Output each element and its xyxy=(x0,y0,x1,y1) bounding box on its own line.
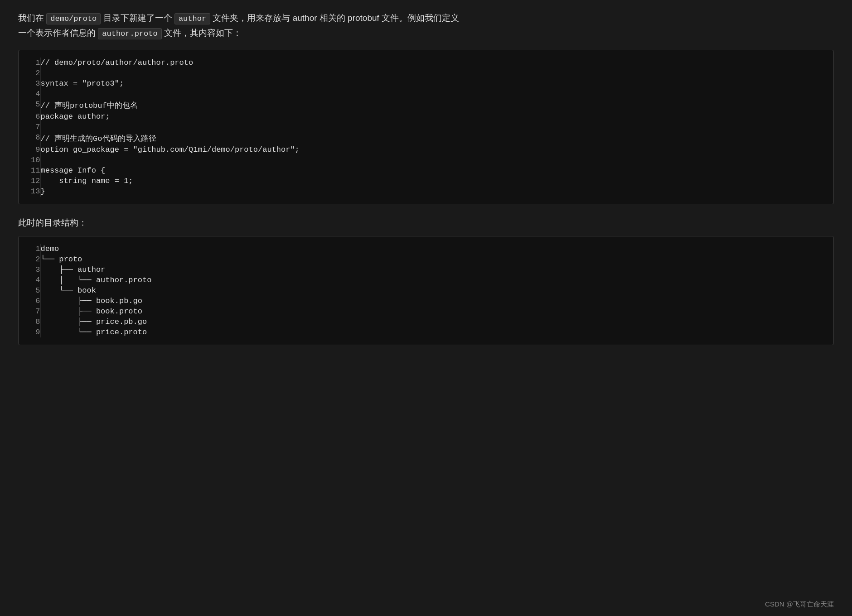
line-number: 12 xyxy=(19,176,40,186)
line-number: 8 xyxy=(19,317,40,327)
inline-code-author: author xyxy=(174,13,210,24)
line-number: 2 xyxy=(19,254,40,265)
line-code: option go_package = "github.com/Q1mi/dem… xyxy=(40,144,833,155)
table-row: 2 xyxy=(19,68,833,78)
line-number: 3 xyxy=(19,265,40,275)
table-row: 6 ├── book.pb.go xyxy=(19,296,833,306)
line-code: ├── book.proto xyxy=(40,306,833,317)
table-row: 1 // demo/proto/author/author.proto xyxy=(19,58,833,68)
code-block-2: 1 demo 2 └── proto 3 ├── author 4 │ └── … xyxy=(18,236,834,345)
table-row: 5 // 声明protobuf中的包名 xyxy=(19,99,833,111)
intro-part1: 我们在 xyxy=(18,13,44,23)
line-code xyxy=(40,122,833,132)
table-row: 7 ├── book.proto xyxy=(19,306,833,317)
table-row: 12 string name = 1; xyxy=(19,176,833,186)
line-code: // 声明protobuf中的包名 xyxy=(40,99,833,111)
line-code: └── proto xyxy=(40,254,833,265)
line-code: // 声明生成的Go代码的导入路径 xyxy=(40,132,833,144)
table-row: 4 xyxy=(19,89,833,99)
line-number: 9 xyxy=(19,327,40,337)
table-row: 7 xyxy=(19,122,833,132)
line-number: 7 xyxy=(19,306,40,317)
line-code: message Info { xyxy=(40,165,833,176)
inline-code-demo-proto: demo/proto xyxy=(46,13,101,24)
table-row: 13 } xyxy=(19,186,833,197)
line-number: 5 xyxy=(19,99,40,111)
line-number: 8 xyxy=(19,132,40,144)
line-code: ├── book.pb.go xyxy=(40,296,833,306)
table-row: 11 message Info { xyxy=(19,165,833,176)
section-label: 此时的目录结构： xyxy=(18,217,834,229)
table-row: 3 syntax = "proto3"; xyxy=(19,78,833,89)
line-number: 3 xyxy=(19,78,40,89)
line-number: 4 xyxy=(19,275,40,285)
line-code xyxy=(40,89,833,99)
intro-part3: 文件夹，用来存放与 author 相关的 protobuf 文件。例如我们定义 xyxy=(213,13,459,23)
table-row: 9 option go_package = "github.com/Q1mi/d… xyxy=(19,144,833,155)
table-row: 9 └── price.proto xyxy=(19,327,833,337)
line-code: └── book xyxy=(40,285,833,296)
line-code xyxy=(40,68,833,78)
table-row: 8 ├── price.pb.go xyxy=(19,317,833,327)
table-row: 3 ├── author xyxy=(19,265,833,275)
line-code: string name = 1; xyxy=(40,176,833,186)
line-code: package author; xyxy=(40,111,833,122)
intro-part2: 目录下新建了一个 xyxy=(103,13,172,23)
line-code: } xyxy=(40,186,833,197)
line-number: 6 xyxy=(19,111,40,122)
line-number: 9 xyxy=(19,144,40,155)
line-code: └── price.proto xyxy=(40,327,833,337)
intro-line2-part1: 一个表示作者信息的 xyxy=(18,28,96,38)
code-table-2: 1 demo 2 └── proto 3 ├── author 4 │ └── … xyxy=(19,244,833,337)
line-number: 4 xyxy=(19,89,40,99)
code-table-1: 1 // demo/proto/author/author.proto 2 3 … xyxy=(19,58,833,197)
table-row: 1 demo xyxy=(19,244,833,254)
line-code: // demo/proto/author/author.proto xyxy=(40,58,833,68)
line-number: 6 xyxy=(19,296,40,306)
line-number: 10 xyxy=(19,155,40,165)
inline-code-author-proto: author.proto xyxy=(98,28,161,39)
line-number: 1 xyxy=(19,58,40,68)
line-code: ├── price.pb.go xyxy=(40,317,833,327)
line-code: syntax = "proto3"; xyxy=(40,78,833,89)
table-row: 5 └── book xyxy=(19,285,833,296)
line-number: 5 xyxy=(19,285,40,296)
line-number: 13 xyxy=(19,186,40,197)
line-code: demo xyxy=(40,244,833,254)
line-number: 2 xyxy=(19,68,40,78)
table-row: 10 xyxy=(19,155,833,165)
table-row: 8 // 声明生成的Go代码的导入路径 xyxy=(19,132,833,144)
intro-line2-part2: 文件，其内容如下： xyxy=(164,28,242,38)
line-code: │ └── author.proto xyxy=(40,275,833,285)
line-code: ├── author xyxy=(40,265,833,275)
code-block-1: 1 // demo/proto/author/author.proto 2 3 … xyxy=(18,50,834,204)
line-code xyxy=(40,155,833,165)
table-row: 2 └── proto xyxy=(19,254,833,265)
line-number: 1 xyxy=(19,244,40,254)
table-row: 4 │ └── author.proto xyxy=(19,275,833,285)
line-number: 7 xyxy=(19,122,40,132)
line-number: 11 xyxy=(19,165,40,176)
table-row: 6 package author; xyxy=(19,111,833,122)
intro-paragraph: 我们在 demo/proto 目录下新建了一个 author 文件夹，用来存放与… xyxy=(18,11,834,41)
footer-text: CSDN @飞哥亡命天涯 xyxy=(765,600,834,609)
